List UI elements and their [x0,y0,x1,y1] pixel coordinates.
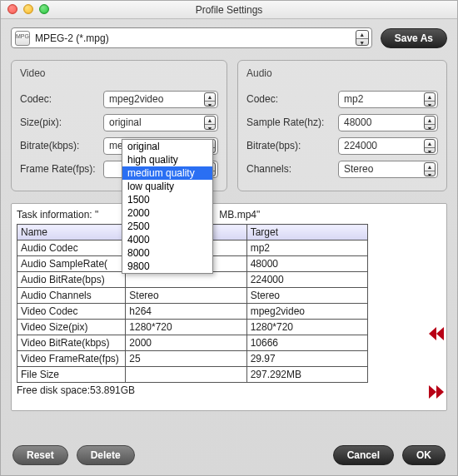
table-cell: mpeg2video [246,304,367,320]
bitrate-option[interactable]: 1500 [122,193,212,206]
audio-samplerate-value: 48000 [344,117,371,128]
video-size-select[interactable]: original ▲▼ [103,114,218,131]
stepper-icon[interactable]: ▲▼ [424,116,436,130]
profile-settings-window: Profile Settings MPG MPEG-2 (*.mpg) ▲▼ S… [0,0,458,476]
table-cell [126,367,246,383]
audio-codec-value: mp2 [344,93,363,105]
stepper-icon[interactable]: ▲▼ [204,116,216,130]
rewind-icon [436,327,444,340]
bitrate-option[interactable]: 4000 [122,233,212,246]
rewind-icon [429,327,436,340]
table-cell: File Size [17,367,126,383]
table-cell: mp2 [246,240,367,256]
bitrate-option[interactable]: high quality [122,153,212,166]
zoom-icon[interactable] [39,4,49,14]
audio-samplerate-label: Sample Rate(hz): [246,117,338,128]
audio-samplerate-field: Sample Rate(hz): 48000 ▲▼ [246,111,438,134]
bitrate-option[interactable]: 2500 [122,220,212,233]
audio-channels-select[interactable]: Stereo ▲▼ [338,161,438,178]
table-cell [126,272,246,288]
video-framerate-label: Frame Rate(fps): [20,163,103,175]
table-cell: Stereo [126,288,246,304]
window-title: Profile Settings [196,4,263,16]
bitrate-option[interactable]: medium quality [122,166,212,180]
cancel-button[interactable]: Cancel [333,445,394,465]
settings-panels: Video Codec: mpeg2video ▲▼ Size(pix): or… [11,60,447,191]
stepper-icon[interactable]: ▲▼ [356,30,369,46]
reset-button[interactable]: Reset [12,445,68,465]
stepper-icon[interactable]: ▲▼ [424,162,436,176]
table-cell: 1280*720 [246,320,367,335]
table-cell: 10666 [246,335,367,351]
ok-button[interactable]: OK [402,445,446,465]
table-cell: 1280*720 [126,320,246,335]
table-cell: Video Size(pix) [17,320,126,335]
audio-codec-label: Codec: [246,93,338,105]
audio-codec-select[interactable]: mp2 ▲▼ [338,91,438,108]
stepper-icon[interactable]: ▲▼ [204,92,216,107]
table-cell: Stereo [246,288,367,304]
prev-task-button[interactable] [429,327,452,342]
video-bitrate-label: Bitrate(kbps): [20,140,103,151]
close-icon[interactable] [7,4,17,14]
free-disk-label: Free disk space:53.891GB [17,384,441,396]
table-row: Audio ChannelsStereoStereo [17,288,368,304]
audio-channels-value: Stereo [344,163,373,175]
task-info-box: Task information: "MB.mp4" Name Target A… [11,203,447,411]
video-size-label: Size(pix): [20,117,103,128]
bitrate-option[interactable]: low quality [122,180,212,193]
window-controls [7,4,49,14]
titlebar: Profile Settings [1,1,457,19]
mpg-file-icon: MPG [15,31,30,46]
table-cell: 2000 [126,335,246,351]
audio-samplerate-select[interactable]: 48000 ▲▼ [338,114,438,131]
table-row: Video BitRate(kbps)200010666 [17,335,368,351]
profile-format-select[interactable]: MPG MPEG-2 (*.mpg) ▲▼ [11,27,372,48]
table-cell: 224000 [246,272,367,288]
bitrate-option[interactable]: 9800 [122,260,212,273]
table-cell: Video BitRate(kbps) [17,335,126,351]
minimize-icon[interactable] [23,4,33,14]
audio-panel: Audio Codec: mp2 ▲▼ Sample Rate(hz): 480… [237,60,447,191]
top-row: MPG MPEG-2 (*.mpg) ▲▼ Save As [11,27,447,48]
forward-icon [436,385,444,399]
video-panel: Video Codec: mpeg2video ▲▼ Size(pix): or… [11,60,227,191]
next-task-button[interactable] [429,385,452,400]
video-codec-value: mpeg2video [109,93,163,105]
stepper-icon[interactable]: ▲▼ [424,139,436,153]
content: MPG MPEG-2 (*.mpg) ▲▼ Save As Video Code… [1,19,457,475]
delete-button[interactable]: Delete [77,445,135,465]
table-cell: Audio SampleRate( [17,256,126,272]
bottom-bar: Reset Delete Cancel OK [1,445,457,465]
save-as-button[interactable]: Save As [381,28,447,48]
audio-channels-label: Channels: [246,163,338,175]
video-size-field: Size(pix): original ▲▼ [20,111,218,134]
bitrate-option[interactable]: original [122,140,212,153]
video-codec-label: Codec: [20,93,103,105]
audio-codec-field: Codec: mp2 ▲▼ [246,87,438,111]
video-panel-title: Video [20,67,218,79]
table-cell: Audio Channels [17,288,126,304]
audio-panel-title: Audio [246,67,438,79]
audio-channels-field: Channels: Stereo ▲▼ [246,157,438,181]
video-codec-field: Codec: mpeg2video ▲▼ [20,87,218,111]
table-cell: Video Codec [17,304,126,320]
table-cell: Audio BitRate(bps) [17,272,126,288]
task-info-label: Task information: "MB.mp4" [17,209,441,221]
table-cell: 297.292MB [246,367,367,383]
bitrate-option[interactable]: 2000 [122,206,212,220]
table-cell: Audio Codec [17,240,126,256]
table-cell: Video FrameRate(fps) [17,351,126,367]
audio-bitrate-select[interactable]: 224000 ▲▼ [338,137,438,155]
table-cell: 29.97 [246,351,367,367]
bitrate-option[interactable]: 8000 [122,246,212,260]
table-row: Audio BitRate(bps)224000 [17,272,368,288]
audio-bitrate-field: Bitrate(bps): 224000 ▲▼ [246,134,438,157]
video-bitrate-dropdown[interactable]: originalhigh qualitymedium qualitylow qu… [122,139,213,274]
audio-bitrate-label: Bitrate(bps): [246,140,338,151]
stepper-icon[interactable]: ▲▼ [424,92,436,107]
table-row: Video FrameRate(fps)2529.97 [17,351,368,367]
table-row: File Size297.292MB [17,367,368,383]
table-header-target: Target [246,225,367,240]
video-codec-select[interactable]: mpeg2video ▲▼ [103,91,218,108]
